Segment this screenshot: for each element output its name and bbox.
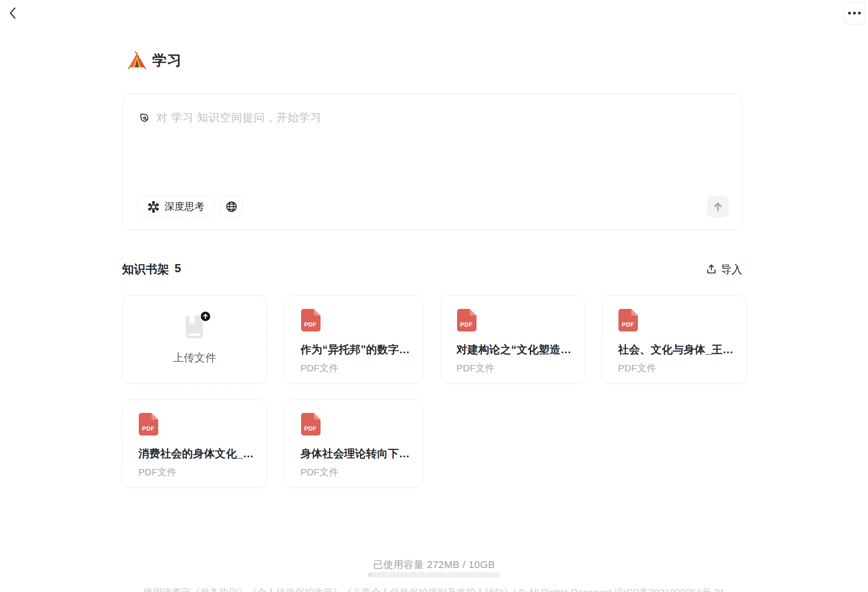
document-type: PDF文件 xyxy=(618,362,734,374)
upload-badge-icon xyxy=(200,311,211,322)
document-type: PDF文件 xyxy=(301,362,410,374)
document-type: PDF文件 xyxy=(138,466,254,478)
book-with-upload-badge-icon xyxy=(184,315,205,339)
molecule-icon xyxy=(147,201,160,213)
shelf-header: 知识书架 5 导入 xyxy=(122,261,742,277)
storage-progress-bar xyxy=(368,572,500,578)
document-type: PDF文件 xyxy=(457,362,571,374)
document-card[interactable]: PDF 身体社会理论转向下… PDF文件 xyxy=(284,399,423,488)
storage-usage-text: 已使用容量 272MB / 10GB xyxy=(0,558,868,572)
document-card[interactable]: PDF 消费社会的身体文化_… PDF文件 xyxy=(122,399,267,488)
more-options-button[interactable] xyxy=(844,2,865,24)
back-button[interactable] xyxy=(5,5,21,21)
document-title: 身体社会理论转向下… xyxy=(301,446,410,461)
deep-think-button[interactable]: 深度思考 xyxy=(137,195,215,218)
upload-icon xyxy=(706,264,717,275)
send-button[interactable] xyxy=(707,196,729,218)
legal-footer-text: 使用请遵守《服务协议》《个人信息保护政策》《儿童个人信息保护规则及监护人须知》|… xyxy=(0,586,868,592)
tent-emoji-icon xyxy=(128,52,146,70)
pdf-file-icon: PDF xyxy=(457,309,476,332)
import-button[interactable]: 导入 xyxy=(706,262,742,277)
knowledge-shelf-grid: 上传文件 PDF 作为“异托邦”的数字… PDF文件 PDF 对建构论之“文化塑… xyxy=(122,295,742,488)
shelf-title: 知识书架 5 xyxy=(122,261,181,277)
web-search-button[interactable] xyxy=(220,195,243,218)
storage-progress-fill xyxy=(368,572,372,578)
pdf-file-icon: PDF xyxy=(618,309,638,332)
pdf-file-icon: PDF xyxy=(138,413,158,436)
document-title: 消费社会的身体文化_… xyxy=(138,446,254,461)
arrow-up-icon xyxy=(712,201,723,212)
question-input[interactable]: 对 学习 知识空间提问，开始学习 深度思考 xyxy=(122,94,742,230)
deep-think-label: 深度思考 xyxy=(165,200,204,213)
ellipsis-icon xyxy=(848,12,851,14)
chevron-left-icon xyxy=(7,6,19,20)
document-title: 社会、文化与身体_王… xyxy=(618,342,734,357)
input-placeholder: 对 学习 知识空间提问，开始学习 xyxy=(156,110,321,125)
page-title: 学习 xyxy=(152,51,182,71)
globe-icon xyxy=(226,201,237,213)
upload-file-card[interactable]: 上传文件 xyxy=(122,295,267,384)
upload-card-label: 上传文件 xyxy=(173,350,216,365)
shelf-count: 5 xyxy=(175,261,181,277)
pdf-file-icon: PDF xyxy=(301,309,321,332)
document-title: 作为“异托邦”的数字… xyxy=(301,342,410,357)
document-title: 对建构论之“文化塑造… xyxy=(457,342,571,357)
document-card[interactable]: PDF 作为“异托邦”的数字… PDF文件 xyxy=(284,295,423,384)
space-title-row: 学习 xyxy=(128,50,182,71)
document-card[interactable]: PDF 社会、文化与身体_王… PDF文件 xyxy=(602,295,747,384)
input-placeholder-row: 对 学习 知识空间提问，开始学习 xyxy=(138,110,321,125)
document-type: PDF文件 xyxy=(301,466,410,478)
composer-toolbar: 深度思考 xyxy=(137,195,243,218)
pen-nib-icon xyxy=(138,111,151,124)
import-label: 导入 xyxy=(721,262,742,277)
pdf-file-icon: PDF xyxy=(301,413,321,436)
document-card[interactable]: PDF 对建构论之“文化塑造… PDF文件 xyxy=(440,295,585,384)
shelf-title-label: 知识书架 xyxy=(122,261,169,277)
